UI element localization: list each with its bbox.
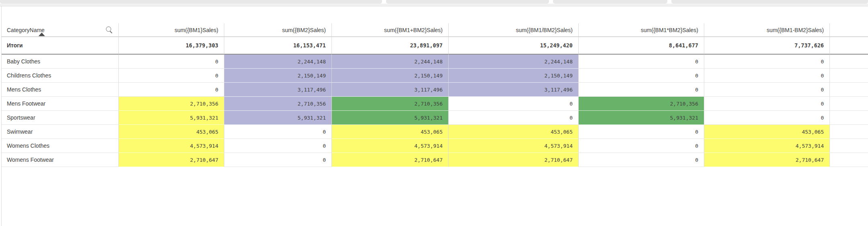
totals-label-cell: Итоги (2, 37, 119, 55)
sheet-divider (0, 4, 868, 6)
table-row: Sportswear5,931,3215,931,3215,931,32105,… (2, 111, 868, 125)
measure-cell: 2,710,356 (332, 97, 449, 111)
measure-cell: 453,065 (119, 125, 224, 139)
measure-cell: 453,065 (332, 125, 449, 139)
measure-cell: 0 (579, 125, 704, 139)
measure-cell: 4,573,914 (449, 139, 579, 153)
measure-cell: 0 (704, 55, 830, 69)
measure-cell: 4,573,914 (332, 139, 449, 153)
measure-cell: 0 (224, 153, 332, 167)
measure-cell: 4,573,914 (704, 139, 830, 153)
dimension-cell[interactable]: Womens Footwear (2, 153, 119, 167)
dimension-cell[interactable]: Childrens Clothes (2, 69, 119, 83)
top-objects-strip (0, 0, 868, 4)
sort-ascending-icon (39, 33, 45, 36)
dimension-cell[interactable]: Womens Clothes (2, 139, 119, 153)
measure-cell: 0 (579, 153, 704, 167)
measure-cell: 2,244,148 (449, 55, 579, 69)
measure-cell: 0 (579, 55, 704, 69)
measure-cell: 0 (704, 69, 830, 83)
dimension-cell[interactable]: Swimwear (2, 125, 119, 139)
dimension-cell[interactable]: Sportswear (2, 111, 119, 125)
measure-cell: 2,710,647 (449, 153, 579, 167)
measure-cell: 2,710,647 (119, 153, 224, 167)
measure-cell: 3,117,496 (224, 83, 332, 97)
measure-cell: 0 (119, 69, 224, 83)
measure-cell: 0 (449, 111, 579, 125)
table-row: Swimwear453,0650453,065453,0650453,065 (2, 125, 868, 139)
row-filler-cell (830, 55, 868, 69)
measure-cell: 2,150,149 (332, 69, 449, 83)
measure-cell: 2,710,647 (704, 153, 830, 167)
totals-value-cell-6: 7,737,626 (704, 37, 830, 55)
strip-segment (386, 0, 549, 4)
measure-cell: 453,065 (449, 125, 579, 139)
measure-cell: 2,710,356 (579, 97, 704, 111)
measure-cell: 0 (224, 139, 332, 153)
measure-cell: 5,931,321 (579, 111, 704, 125)
header-filler-cell (830, 23, 868, 37)
column-header-measure-2[interactable]: sum({BM2}Sales) (224, 23, 332, 37)
measure-cell: 0 (579, 69, 704, 83)
row-filler-cell (830, 97, 868, 111)
measure-cell: 3,117,496 (449, 83, 579, 97)
measure-cell: 0 (579, 83, 704, 97)
totals-value-cell-1: 16,379,303 (119, 37, 224, 55)
measure-cell: 2,710,356 (224, 97, 332, 111)
table-row: Baby Clothes02,244,1482,244,1482,244,148… (2, 55, 868, 69)
search-icon[interactable] (106, 26, 113, 34)
measure-cell: 453,065 (704, 125, 830, 139)
table-row: Mens Clothes03,117,4963,117,4963,117,496… (2, 83, 868, 97)
measure-cell: 2,710,356 (119, 97, 224, 111)
measure-cell: 0 (449, 97, 579, 111)
totals-row: Итоги 16,379,30316,153,47123,891,09715,2… (2, 37, 868, 55)
totals-value-cell-4: 15,249,420 (449, 37, 579, 55)
dimension-cell[interactable]: Mens Footwear (2, 97, 119, 111)
straight-table: CategoryName sum({BM1}Sales)sum({BM2}Sal… (2, 23, 868, 167)
column-header-measure-4[interactable]: sum({BM1/BM2}Sales) (449, 23, 579, 37)
table-row: Childrens Clothes02,150,1492,150,1492,15… (2, 69, 868, 83)
totals-value-cell-3: 23,891,097 (332, 37, 449, 55)
measure-cell: 0 (704, 83, 830, 97)
strip-segment (553, 0, 667, 4)
measure-cell: 0 (579, 139, 704, 153)
column-header-measure-5[interactable]: sum({BM1*BM2}Sales) (579, 23, 704, 37)
measure-cell: 2,150,149 (449, 69, 579, 83)
row-filler-cell (830, 111, 868, 125)
dimension-cell[interactable]: Baby Clothes (2, 55, 119, 69)
row-filler-cell (830, 83, 868, 97)
strip-segment (671, 0, 868, 4)
measure-cell: 2,710,647 (332, 153, 449, 167)
totals-value-cell-5: 8,641,677 (579, 37, 704, 55)
measure-cell: 0 (704, 97, 830, 111)
measure-cell: 5,931,321 (119, 111, 224, 125)
row-filler-cell (830, 125, 868, 139)
measure-cell: 4,573,914 (119, 139, 224, 153)
row-filler-cell (830, 153, 868, 167)
row-filler-cell (830, 69, 868, 83)
header-row: CategoryName sum({BM1}Sales)sum({BM2}Sal… (2, 23, 868, 37)
measure-cell: 0 (119, 83, 224, 97)
dimension-cell[interactable]: Mens Clothes (2, 83, 119, 97)
measure-cell: 0 (119, 55, 224, 69)
table-row: Womens Footwear2,710,64702,710,6472,710,… (2, 153, 868, 167)
table-row: Mens Footwear2,710,3562,710,3562,710,356… (2, 97, 868, 111)
totals-filler-cell (830, 37, 868, 55)
measure-cell: 0 (224, 125, 332, 139)
measure-cell: 5,931,321 (332, 111, 449, 125)
measure-cell: 2,150,149 (224, 69, 332, 83)
column-header-measure-6[interactable]: sum({BM1-BM2}Sales) (704, 23, 830, 37)
column-header-measure-1[interactable]: sum({BM1}Sales) (119, 23, 224, 37)
totals-value-cell-2: 16,153,471 (224, 37, 332, 55)
measure-cell: 5,931,321 (224, 111, 332, 125)
measure-cell: 3,117,496 (332, 83, 449, 97)
dimension-header-cell[interactable]: CategoryName (2, 23, 119, 37)
row-filler-cell (830, 139, 868, 153)
measure-cell: 2,244,148 (332, 55, 449, 69)
strip-segment (0, 0, 382, 4)
column-header-measure-3[interactable]: sum({BM1+BM2}Sales) (332, 23, 449, 37)
measure-cell: 2,244,148 (224, 55, 332, 69)
table-row: Womens Clothes4,573,91404,573,9144,573,9… (2, 139, 868, 153)
measure-cell: 0 (704, 111, 830, 125)
